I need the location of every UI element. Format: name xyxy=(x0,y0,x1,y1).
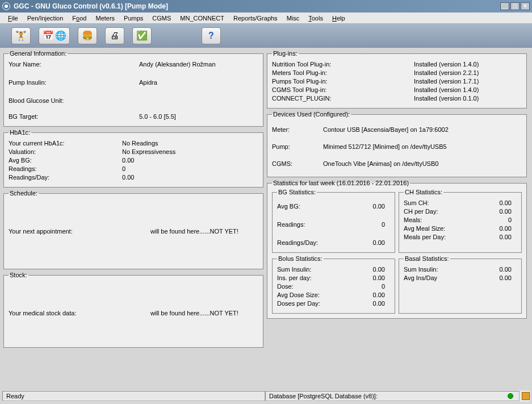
toolbar: 🏋 📅🌐 🍔 🖨 ✅ ? xyxy=(0,24,532,48)
status-left: Ready xyxy=(6,393,24,399)
bg-perday-value: 0.00 xyxy=(351,239,385,246)
bg-stats-legend: BG Statistics: xyxy=(277,189,317,195)
ch-stats-legend: CH Statistics: xyxy=(404,189,443,195)
plugin-pumps-label: Pumps Tool Plug-in: xyxy=(272,78,414,85)
pump-insulin-value: Apidra xyxy=(139,79,258,86)
ch-perday-label: CH per Day: xyxy=(404,208,477,215)
toolbar-btn-4[interactable]: 🖨 xyxy=(105,27,124,44)
ch-mealsperday-label: Meals per Day: xyxy=(404,234,477,240)
bolus-avgdose-value: 0.00 xyxy=(351,291,385,298)
bolus-dosesperday-label: Doses per Day: xyxy=(277,300,351,307)
device-cgms-value: OneTouch Vibe [Animas] on /dev/ttyUSB0 xyxy=(323,160,522,167)
menu-mnconnect[interactable]: MN_CONNECT xyxy=(175,14,229,23)
plugin-cgms-value: Installed (version 1.4.0) xyxy=(414,86,522,93)
bg-perday-label: Readings/Day: xyxy=(277,239,351,246)
plugin-connect-value: Installed (version 0.1.0) xyxy=(414,95,522,102)
bg-read-value: 0 xyxy=(351,221,385,228)
plugin-meters-label: Meters Tool Plug-in: xyxy=(272,69,414,76)
calendar-icon: 📅 xyxy=(43,30,54,41)
plugin-cgms-label: CGMS Tool Plug-in: xyxy=(272,86,414,93)
bolus-dose-value: 0 xyxy=(351,283,385,290)
plugin-nutrition-value: Installed (version 1.4.0) xyxy=(414,61,522,68)
status-right: Database [PostgreSQL Database (v8)]: xyxy=(269,393,378,399)
stock-panel: Stock: Your medical stock data:will be f… xyxy=(3,272,263,348)
menu-reports[interactable]: Reports/Graphs xyxy=(229,14,282,23)
ch-meals-label: Meals: xyxy=(404,216,477,223)
bg-avg-value: 0.00 xyxy=(351,203,385,210)
device-meter-value: Contour USB [Ascensia/Bayer] on 1a79:600… xyxy=(323,126,522,133)
app-icon xyxy=(2,2,10,10)
status-led-icon xyxy=(508,393,513,399)
minimize-button[interactable]: _ xyxy=(500,2,509,10)
hba1c-current-label: Your current HbA1c: xyxy=(9,140,122,147)
hba1c-valuation-value: No Expressiveness xyxy=(122,148,258,155)
maximize-button[interactable]: □ xyxy=(510,2,520,10)
burger-icon: 🍔 xyxy=(82,30,93,41)
menu-pumps[interactable]: Pumps xyxy=(119,14,148,23)
bolus-dosesperday-value: 0.00 xyxy=(351,300,385,307)
stats-legend: Statistics for last week (16.01.2016 - 2… xyxy=(272,180,410,186)
bolus-dose-label: Dose: xyxy=(277,283,351,290)
device-pump-label: Pump: xyxy=(272,143,323,150)
menubar: File Pen/Injection Food Meters Pumps CGM… xyxy=(0,13,532,24)
bolus-stats-legend: Bolus Statistics: xyxy=(277,255,324,262)
devices-panel: Devices Used (Configured): Meter:Contour… xyxy=(267,111,527,177)
globe-icon: 🌐 xyxy=(55,30,66,41)
device-pump-value: Minimed 512/712 [Minimed] on /dev/ttyUSB… xyxy=(323,143,522,150)
hba1c-avgbg-value: 0.00 xyxy=(122,157,258,164)
ch-meals-value: 0 xyxy=(477,216,512,223)
toolbar-btn-1[interactable]: 🏋 xyxy=(11,27,31,44)
toolbar-btn-2[interactable]: 📅🌐 xyxy=(39,27,70,44)
name-value: Andy (Aleksander) Rožman xyxy=(139,61,258,68)
toolbar-btn-5[interactable]: ✅ xyxy=(132,27,152,44)
ch-avgmeal-label: Avg Meal Size: xyxy=(404,225,477,232)
pump-insulin-label: Pump Insulin: xyxy=(9,79,139,86)
bolus-perday-label: Ins. per day: xyxy=(277,274,351,281)
plugin-nutrition-label: Nutrition Tool Plug-in: xyxy=(272,61,414,68)
titlebar: GGC - GNU Gluco Control (v0.6.1) [Pump M… xyxy=(0,0,532,13)
device-meter-label: Meter: xyxy=(272,126,323,133)
schedule-value: will be found here......NOT YET! xyxy=(150,228,258,235)
stock-legend: Stock: xyxy=(9,272,28,278)
hba1c-legend: HbA1c: xyxy=(9,129,31,136)
stock-value: will be found here......NOT YET! xyxy=(150,310,258,316)
schedule-panel: Schedule: Your next appointment:will be … xyxy=(3,190,263,269)
ch-perday-value: 0.00 xyxy=(477,208,512,215)
schedule-label: Your next appointment: xyxy=(9,228,150,235)
ch-sum-label: Sum CH: xyxy=(404,199,477,206)
checklist-icon: ✅ xyxy=(136,30,148,41)
stats-panel: Statistics for last week (16.01.2016 - 2… xyxy=(267,180,527,319)
statusbar: Ready Database [PostgreSQL Database (v8)… xyxy=(2,390,530,402)
hba1c-perday-label: Readings/Day: xyxy=(9,174,122,181)
bolus-perday-value: 0.00 xyxy=(351,274,385,281)
bolus-avgdose-label: Avg Dose Size: xyxy=(277,291,351,298)
menu-tools[interactable]: Tools xyxy=(304,14,328,23)
basal-sum-value: 0.00 xyxy=(477,266,512,273)
general-info-panel: General Information: Your Name:Andy (Ale… xyxy=(3,50,263,127)
menu-food[interactable]: Food xyxy=(68,14,91,23)
menu-pen[interactable]: Pen/Injection xyxy=(23,14,68,23)
hba1c-panel: HbA1c: Your current HbA1c:No Readings Va… xyxy=(3,129,263,188)
plugins-legend: Plug-ins: xyxy=(272,50,299,57)
basal-avg-value: 0.00 xyxy=(477,274,512,281)
menu-help[interactable]: Help xyxy=(328,14,350,23)
menu-misc[interactable]: Misc xyxy=(282,14,304,23)
menu-cgms[interactable]: CGMS xyxy=(148,14,175,23)
dumbbell-icon: 🏋 xyxy=(15,30,27,41)
plugin-connect-label: CONNECT_PLUGIN: xyxy=(272,95,414,102)
print-icon: 🖨 xyxy=(110,31,119,41)
plugin-pumps-value: Installed (version 1.7.1) xyxy=(414,78,522,85)
menu-meters[interactable]: Meters xyxy=(91,14,119,23)
toolbar-btn-help[interactable]: ? xyxy=(202,27,221,44)
help-icon: ? xyxy=(208,31,214,41)
general-legend: General Information: xyxy=(9,50,68,57)
bg-target-label: BG Target: xyxy=(9,113,139,120)
bg-stats-panel: BG Statistics: Avg BG:0.00 Readings:0 Re… xyxy=(272,189,395,253)
bg-read-label: Readings: xyxy=(277,221,351,228)
name-label: Your Name: xyxy=(9,61,139,68)
plugin-meters-value: Installed (version 2.2.1) xyxy=(414,69,522,76)
menu-file[interactable]: File xyxy=(3,14,23,23)
close-button[interactable]: × xyxy=(521,2,530,10)
bg-target-value: 5.0 - 6.0 [5.5] xyxy=(139,113,258,120)
toolbar-btn-3[interactable]: 🍔 xyxy=(78,27,97,44)
